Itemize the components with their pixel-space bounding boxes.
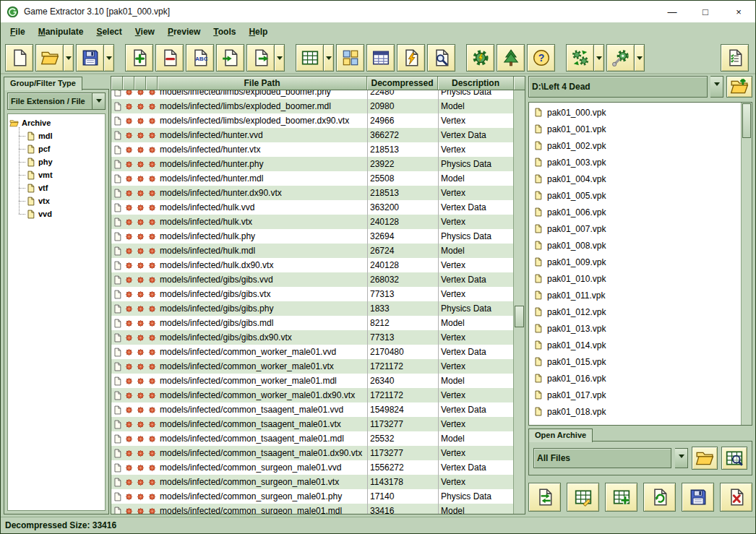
archive-list-item[interactable]: pak01_007.vpk [529, 220, 742, 237]
scrollbar-thumb[interactable] [515, 306, 524, 327]
table-row[interactable]: models/infected/hunter.phy23922Physics D… [111, 157, 514, 171]
rename-files-button[interactable]: ABC [186, 44, 214, 72]
table-row[interactable]: models/infected/common_tsaagent_male01.v… [111, 402, 514, 417]
icon-column-header[interactable] [111, 77, 123, 90]
table-row[interactable]: models/infected/common_tsaagent_male01.v… [111, 417, 514, 431]
table-row[interactable]: models/infected/common_worker_male01.dx9… [111, 388, 514, 402]
column-format-dropdown-arrow[interactable] [324, 44, 334, 72]
icon-column-header[interactable] [134, 77, 146, 90]
archive-list-item[interactable]: pak01_011.vpk [529, 287, 742, 303]
save-button[interactable] [682, 483, 714, 512]
table-row[interactable]: models/infected/common_worker_male01.vtx… [111, 359, 514, 374]
file-table-scrollbar[interactable] [513, 90, 525, 514]
table-row[interactable]: models/infected/gibs/gibs.dx90.vtx77313V… [111, 330, 514, 345]
convert-archive-button[interactable] [528, 483, 561, 512]
add-resource-button[interactable] [605, 483, 637, 512]
table-row[interactable]: models/infected/common_surgeon_male01.ph… [111, 489, 514, 504]
refresh-button[interactable] [643, 483, 676, 512]
tree-item-vmt[interactable]: vmt [16, 168, 103, 181]
options-button[interactable] [721, 44, 749, 72]
archive-list-item[interactable]: pak01_010.vpk [529, 270, 742, 287]
remove-files-button[interactable] [155, 44, 184, 72]
file-list-scrollbar[interactable] [741, 103, 752, 425]
save-archive-dropdown-arrow[interactable] [104, 44, 114, 72]
archive-list-item[interactable]: pak01_000.vpk [529, 104, 742, 121]
archive-list-item[interactable]: pak01_006.vpk [529, 204, 742, 220]
open-archive-dropdown-arrow[interactable] [64, 44, 74, 72]
run-script-button[interactable] [466, 44, 494, 72]
open-archive-button[interactable] [35, 44, 64, 72]
directory-dropdown-arrow[interactable] [710, 76, 723, 98]
table-row[interactable]: models/infected/hulk.vtx240128Vertex [111, 215, 514, 229]
convert-archive-dropdown-arrow[interactable] [594, 44, 604, 72]
table-row[interactable]: models/infected/common_tsaagent_male01.d… [111, 446, 514, 460]
archive-list-item[interactable]: pak01_008.vpk [529, 237, 742, 254]
process-archive-dropdown-arrow[interactable] [635, 44, 645, 72]
icon-column-header[interactable] [146, 77, 158, 90]
scrollbar-thumb[interactable] [742, 103, 751, 138]
replace-files-button[interactable] [216, 44, 244, 72]
tab-open-archive[interactable]: Open Archive [528, 429, 593, 442]
help-button[interactable]: ? [527, 44, 555, 72]
archive-list-item[interactable]: pak01_001.vpk [529, 121, 742, 137]
table-row[interactable]: models/infected/common_surgeon_male01.vv… [111, 460, 514, 475]
cancel-button[interactable] [720, 483, 752, 512]
extract-files-button[interactable] [246, 44, 275, 72]
table-row[interactable]: models/infected/common_worker_male01.vvd… [111, 345, 514, 359]
menu-manipulate[interactable]: Manipulate [32, 25, 90, 39]
process-archive-button[interactable] [606, 44, 635, 72]
close-button[interactable]: × [722, 1, 755, 22]
analyze-archive-button[interactable] [721, 447, 747, 470]
table-row[interactable]: models/infected/hulk.vvd363200Vertex Dat… [111, 200, 514, 215]
icon-column-header[interactable] [123, 77, 134, 90]
archive-list-item[interactable]: pak01_017.vpk [529, 387, 742, 403]
table-row[interactable]: models/infected/limbs/exploded_boomer.dx… [111, 113, 514, 128]
table-row[interactable]: models/infected/common_tsaagent_male01.m… [111, 431, 514, 446]
menu-select[interactable]: Select [90, 25, 128, 39]
description-column-header[interactable]: Description [438, 77, 514, 90]
file-path-column-header[interactable]: File Path [158, 77, 367, 90]
maximize-button[interactable]: □ [689, 1, 722, 22]
filter-type-dropdown-arrow[interactable] [93, 92, 106, 110]
tree-root-archive[interactable]: Archive [9, 116, 103, 129]
extract-files-dropdown-arrow[interactable] [275, 44, 285, 72]
decompressed-column-header[interactable]: Decompressed [367, 77, 438, 90]
tree-item-pcf[interactable]: pcf [16, 142, 103, 155]
column-format-button[interactable] [296, 44, 324, 72]
convert-archive-button[interactable] [566, 44, 594, 72]
filter-type-dropdown[interactable]: File Extension / File [7, 92, 93, 110]
save-archive-button[interactable] [76, 44, 104, 72]
table-row[interactable]: models/infected/hunter.dx90.vtx218513Ver… [111, 186, 514, 200]
menu-file[interactable]: File [4, 25, 32, 39]
table-row[interactable]: models/infected/limbs/exploded_boomer.ph… [111, 90, 514, 99]
archive-list-item[interactable]: pak01_012.vpk [529, 303, 742, 320]
directory-tree-button[interactable] [497, 44, 525, 72]
archive-list-item[interactable]: pak01_005.vpk [529, 187, 742, 204]
menu-view[interactable]: View [129, 25, 161, 39]
table-row[interactable]: models/infected/common_worker_male01.mdl… [111, 374, 514, 388]
table-row[interactable]: models/infected/hulk.mdl26724Model [111, 244, 514, 258]
archive-list-item[interactable]: pak01_014.vpk [529, 337, 742, 353]
search-files-button[interactable] [427, 44, 455, 72]
table-view-button[interactable] [366, 44, 395, 72]
preview-file-button[interactable] [397, 44, 425, 72]
archive-list-item[interactable]: pak01_009.vpk [529, 254, 742, 270]
archive-list-item[interactable]: pak01_016.vpk [529, 370, 742, 387]
menu-tools[interactable]: Tools [207, 25, 242, 39]
archive-list-item[interactable]: pak01_015.vpk [529, 353, 742, 370]
tab-group-filter-type[interactable]: Group/Filter Type [4, 77, 82, 90]
tree-item-phy[interactable]: phy [16, 155, 103, 168]
table-row[interactable]: models/infected/hunter.vtx218513Vertex [111, 142, 514, 157]
archive-list-item[interactable]: pak01_013.vpk [529, 320, 742, 337]
thumbnail-view-button[interactable] [336, 44, 364, 72]
menu-preview[interactable]: Preview [161, 25, 207, 39]
minimize-button[interactable]: — [656, 1, 689, 22]
directory-dropdown[interactable]: D:\Left 4 Dead [528, 76, 708, 98]
tree-item-vtx[interactable]: vtx [16, 194, 103, 207]
table-row[interactable]: models/infected/gibs/gibs.vvd268032Verte… [111, 272, 514, 287]
table-row[interactable]: models/infected/limbs/exploded_boomer.md… [111, 99, 514, 113]
file-filter-dropdown-arrow[interactable] [675, 448, 688, 468]
table-row[interactable]: models/infected/gibs/gibs.phy1833Physics… [111, 301, 514, 316]
table-row[interactable]: models/infected/hulk.dx90.vtx240128Verte… [111, 258, 514, 272]
new-archive-button[interactable] [5, 44, 33, 72]
